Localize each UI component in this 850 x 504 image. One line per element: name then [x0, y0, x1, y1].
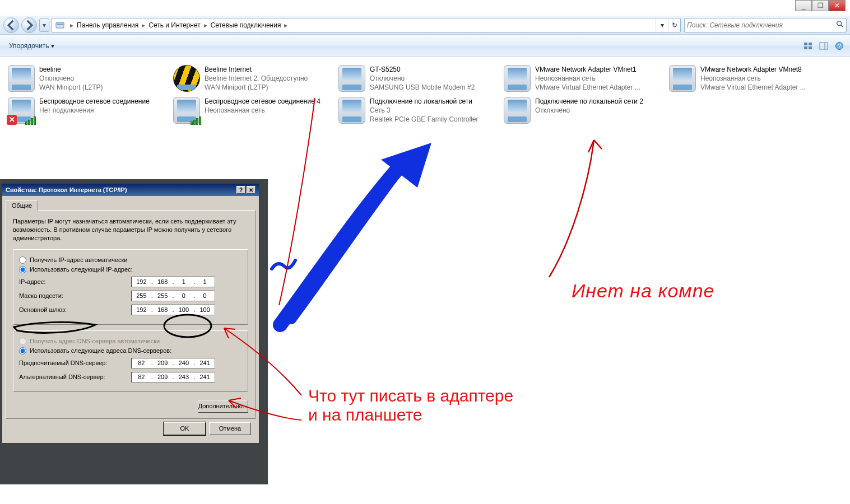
dns-group: Получить адрес DNS-сервера автоматически… [13, 330, 248, 392]
dialog-close-button[interactable]: ✕ [247, 186, 256, 194]
chevron-icon: ▸ [68, 21, 76, 29]
connection-icon [338, 97, 365, 124]
connection-item[interactable]: VMware Network Adapter VMnet1Неопознанна… [500, 63, 666, 95]
connection-device: Realtek PCIe GBE Family Controller [370, 115, 478, 124]
ip-field[interactable]: ... [131, 277, 215, 287]
connection-name: Беспроводное сетевое соединение 4 [205, 97, 321, 106]
connection-name: Подключение по локальной сети 2 [535, 97, 643, 106]
connection-status: Неопознанная сеть [205, 106, 321, 115]
addr-refresh-button[interactable]: ↻ [668, 19, 680, 31]
radio-ip-manual[interactable] [19, 266, 26, 273]
connection-item[interactable]: ✕Беспроводное сетевое соединениеНет подк… [4, 95, 170, 127]
radio-dns-manual[interactable] [19, 347, 26, 354]
addr-dropdown-button[interactable]: ▾ [656, 19, 668, 31]
radio-dns-auto [19, 338, 26, 345]
nav-forward-button[interactable] [21, 17, 37, 33]
ok-button[interactable]: OK [164, 422, 206, 435]
breadcrumb-1[interactable]: Панель управления [76, 21, 140, 29]
organize-button[interactable]: Упорядочить ▾ [4, 40, 59, 52]
connection-device: WAN Miniport (L2TP) [39, 83, 103, 92]
radio-ip-manual-label: Использовать следующий IP-адрес: [30, 266, 133, 273]
connection-device: SAMSUNG USB Mobile Modem #2 [370, 83, 475, 92]
preview-pane-button[interactable] [818, 40, 830, 52]
svg-text:?: ? [838, 43, 841, 49]
connection-icon: ✕ [8, 97, 35, 124]
cancel-button[interactable]: Отмена [209, 422, 251, 435]
connection-item[interactable]: VMware Network Adapter VMnet8Неопознанна… [666, 63, 831, 95]
svg-rect-1 [57, 24, 63, 25]
radio-ip-auto-label: Получить IP-адрес автоматически [30, 256, 127, 263]
ip-label: IP-адрес: [19, 278, 131, 285]
chevron-down-icon: ▾ [51, 42, 54, 50]
chevron-icon: ▸ [282, 21, 290, 29]
connection-icon [173, 97, 200, 124]
svg-rect-8 [820, 43, 828, 49]
chevron-icon: ▸ [202, 21, 210, 29]
connection-icon [504, 65, 531, 92]
breadcrumb-3[interactable]: Сетевые подключения [210, 21, 282, 29]
connection-status: Отключено [535, 106, 643, 115]
connection-status: Отключено [370, 74, 475, 83]
connection-icon [173, 65, 200, 92]
connection-item[interactable]: Беспроводное сетевое соединение 4Неопозн… [170, 95, 335, 127]
connection-name: VMware Network Adapter VMnet8 [700, 65, 806, 74]
gateway-field[interactable]: ... [131, 305, 215, 315]
nav-back-button[interactable] [3, 17, 19, 33]
radio-dns-manual-label: Использовать следующие адреса DNS-сервер… [30, 347, 171, 354]
search-box[interactable] [684, 18, 847, 32]
connection-item[interactable]: beelineОтключеноWAN Miniport (L2TP) [4, 63, 170, 95]
connection-name: VMware Network Adapter VMnet1 [535, 65, 640, 74]
connection-icon [338, 65, 365, 92]
dialog-description: Параметры IP могут назначаться автоматич… [13, 217, 248, 242]
address-bar[interactable]: ▸ Панель управления ▸ Сеть и Интернет ▸ … [52, 18, 681, 32]
tcpip-properties-dialog: Свойства: Протокол Интернета (TCP/IP) ? … [1, 183, 260, 444]
gateway-label: Основной шлюз: [19, 306, 131, 313]
connection-status: Неопознанная сеть [700, 74, 806, 83]
organize-label: Упорядочить [9, 42, 49, 50]
search-icon[interactable] [836, 20, 844, 30]
advanced-button[interactable]: Дополнительно... [198, 400, 248, 413]
connection-status: Неопознанная сеть [535, 74, 640, 83]
svg-line-3 [841, 25, 843, 27]
connection-name: beeline [39, 65, 103, 74]
connection-icon [8, 65, 35, 92]
connection-name: Подключение по локальной сети [370, 97, 478, 106]
connection-device: VMware Virtual Ethernet Adapter ... [700, 83, 806, 92]
explorer-navbar: ▾ ▸ Панель управления ▸ Сеть и Интернет … [0, 16, 850, 35]
window-controls: _ ❐ ✕ [795, 0, 846, 11]
radio-ip-auto[interactable] [19, 256, 26, 264]
connection-status: Отключено [39, 74, 103, 83]
ip-group: Получить IP-адрес автоматически Использо… [13, 249, 248, 325]
dialog-help-button[interactable]: ? [236, 186, 245, 194]
dns1-label: Предпочитаемый DNS-сервер: [19, 360, 131, 366]
location-icon [55, 21, 64, 30]
connection-item[interactable]: Beeline InternetBeeline Internet 2, Обще… [170, 63, 335, 95]
connection-icon [504, 97, 531, 124]
connection-name: Беспроводное сетевое соединение [39, 97, 150, 106]
connection-item[interactable]: Подключение по локальной сети 2Отключено [500, 95, 666, 127]
dns1-field[interactable]: ... [131, 358, 215, 368]
nav-history-button[interactable]: ▾ [39, 18, 49, 32]
connection-item[interactable]: Подключение по локальной сетиСеть 3Realt… [335, 95, 500, 127]
tab-general[interactable]: Общие [6, 200, 38, 211]
svg-rect-5 [809, 43, 812, 45]
search-input[interactable] [687, 21, 836, 29]
mask-label: Маска подсети: [19, 292, 131, 299]
help-button[interactable]: ? [833, 40, 846, 52]
view-mode-button[interactable] [802, 40, 814, 52]
connection-status: Нет подключения [39, 106, 150, 115]
breadcrumb-2[interactable]: Сеть и Интернет [147, 21, 201, 29]
connection-name: Beeline Internet [205, 65, 308, 74]
dns2-field[interactable]: ... [131, 372, 215, 382]
connection-device: WAN Miniport (L2TP) [205, 83, 308, 92]
mask-field[interactable]: ... [131, 291, 215, 301]
connection-status: Сеть 3 [370, 106, 478, 115]
connection-device: VMware Virtual Ethernet Adapter ... [535, 83, 640, 92]
dialog-titlebar[interactable]: Свойства: Протокол Интернета (TCP/IP) ? … [2, 184, 259, 196]
svg-rect-6 [804, 46, 807, 49]
connection-item[interactable]: GT-S5250ОтключеноSAMSUNG USB Mobile Mode… [335, 63, 500, 95]
window-max-button[interactable]: ❐ [812, 0, 829, 11]
window-min-button[interactable]: _ [795, 0, 812, 11]
dns2-label: Альтернативный DNS-сервер: [19, 374, 131, 380]
window-close-button[interactable]: ✕ [829, 0, 846, 11]
